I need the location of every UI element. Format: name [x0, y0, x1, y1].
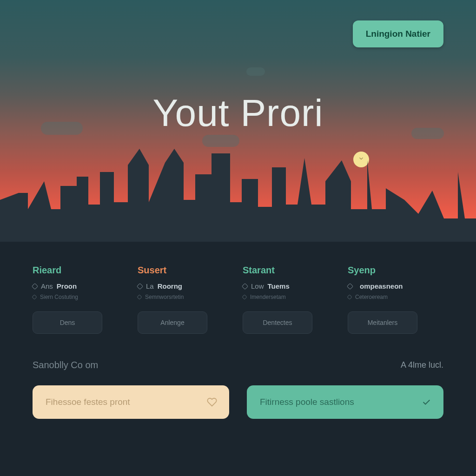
search-row: Fihessoe festes pront Fitirness poole sa…: [33, 385, 443, 419]
card-action-button[interactable]: Dens: [33, 311, 102, 334]
card-line-prefix: La: [146, 282, 154, 290]
card-action-button[interactable]: Meitanlers: [348, 311, 417, 334]
cloud-decoration: [246, 67, 265, 76]
card-line-bold: ompeasneon: [360, 282, 403, 290]
card-line-bold: Proon: [57, 282, 77, 290]
card-line-bold: Roorng: [158, 282, 182, 290]
feature-card: Syenp ompeasneon Ceteroeream Meitanlers: [348, 265, 443, 334]
footer-note: A 4lme lucl.: [401, 360, 443, 370]
check-icon: [421, 397, 431, 407]
card-line-bold: Tuems: [268, 282, 290, 290]
card-title: Rieard: [33, 265, 128, 276]
heart-icon: [207, 397, 217, 407]
bullet-icon: [242, 283, 248, 289]
header-cta-button[interactable]: Lningion Natier: [353, 20, 443, 47]
bullet-icon: [347, 294, 352, 299]
card-sub-label: Siern Costuting: [40, 294, 78, 300]
bullet-icon: [242, 294, 247, 299]
card-sub-label: Imendersetam: [250, 294, 286, 300]
feature-card: Starant Low Tuems Imendersetam Dentectes: [243, 265, 338, 334]
card-subtext: Imendersetam: [243, 294, 338, 300]
bullet-icon: [137, 294, 142, 299]
card-line: Low Tuems: [243, 282, 338, 290]
content-panel: Rieard Ans Proon Siern Costuting Dens Su…: [0, 242, 476, 476]
card-line: La Roorng: [138, 282, 233, 290]
card-title: Susert: [138, 265, 233, 276]
card-subtext: Siern Costuting: [33, 294, 128, 300]
skyline-illustration: [0, 149, 476, 246]
footer-row: Sanoblly Co om A 4lme lucl.: [33, 360, 443, 370]
bullet-icon: [137, 283, 143, 289]
feature-card: Susert La Roorng Semnworsrtetin Anlenge: [138, 265, 233, 334]
card-title: Syenp: [348, 265, 443, 276]
hero-dropdown-toggle[interactable]: [353, 152, 369, 167]
bullet-icon: [32, 294, 37, 299]
cloud-decoration: [202, 135, 239, 147]
feature-card: Rieard Ans Proon Siern Costuting Dens: [33, 265, 128, 334]
card-action-button[interactable]: Dentectes: [243, 311, 312, 334]
hero-title: Yout Prori: [0, 91, 476, 135]
card-sub-label: Ceteroeream: [355, 294, 388, 300]
card-line-prefix: Ans: [41, 282, 53, 290]
card-title: Starant: [243, 265, 338, 276]
chevron-down-icon: [358, 155, 364, 164]
search-placeholder: Fitirness poole sastlions: [260, 397, 354, 407]
card-line-prefix: Low: [251, 282, 264, 290]
card-line: Ans Proon: [33, 282, 128, 290]
bullet-icon: [32, 283, 38, 289]
card-subtext: Ceteroeream: [348, 294, 443, 300]
footer-brand: Sanoblly Co om: [33, 360, 98, 370]
bullet-icon: [347, 283, 353, 289]
search-placeholder: Fihessoe festes pront: [46, 397, 130, 407]
feature-cards-row: Rieard Ans Proon Siern Costuting Dens Su…: [33, 265, 443, 334]
card-sub-label: Semnworsrtetin: [145, 294, 184, 300]
card-subtext: Semnworsrtetin: [138, 294, 233, 300]
card-action-button[interactable]: Anlenge: [138, 311, 207, 334]
card-line: ompeasneon: [348, 282, 443, 290]
search-input-left[interactable]: Fihessoe festes pront: [33, 385, 229, 419]
search-input-right[interactable]: Fitirness poole sastlions: [247, 385, 443, 419]
